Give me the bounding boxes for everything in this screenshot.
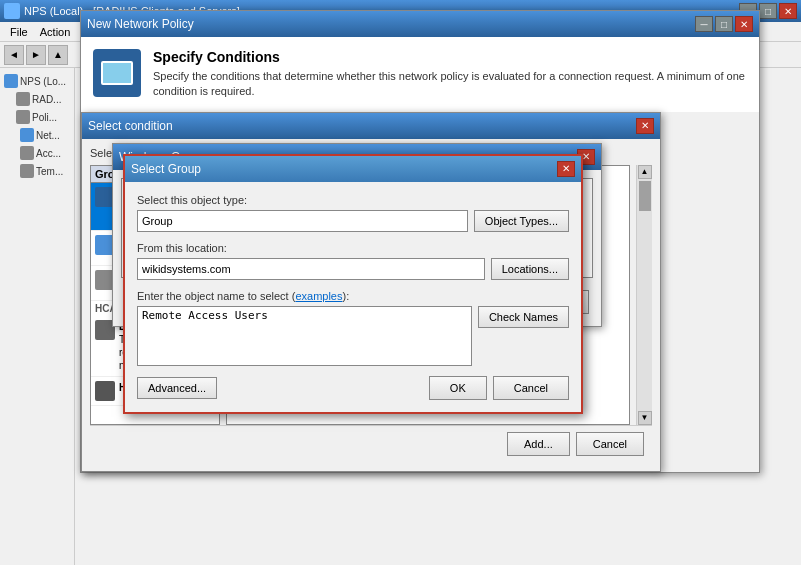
sidebar: NPS (Lo... RAD... Poli... Net... Acc... …	[0, 68, 75, 565]
object-name-row: Remote Access Users Check Names	[137, 306, 569, 366]
object-type-input[interactable]	[137, 210, 468, 232]
nnp-maximize-button[interactable]: □	[715, 16, 733, 32]
location-row: Locations...	[137, 258, 569, 280]
scroll-thumb[interactable]	[639, 181, 651, 211]
advanced-button[interactable]: Advanced...	[137, 377, 217, 399]
up-button[interactable]: ▲	[48, 45, 68, 65]
menu-file[interactable]: File	[4, 24, 34, 40]
select-condition-titlebar: Select condition ✕	[82, 113, 660, 139]
hcapn-icon	[95, 381, 115, 401]
forward-button[interactable]: ►	[26, 45, 46, 65]
sc-close-button[interactable]: ✕	[636, 118, 654, 134]
select-group-body: Select this object type: Object Types...…	[125, 182, 581, 412]
sg-bottom-buttons: Advanced... OK Cancel	[137, 376, 569, 400]
sidebar-item-poli[interactable]: Poli...	[4, 108, 70, 126]
location-input[interactable]	[137, 258, 485, 280]
select-group-title: Select Group	[131, 162, 201, 176]
scroll-up-arrow[interactable]: ▲	[638, 165, 652, 179]
monitor-icon	[101, 61, 133, 85]
sidebar-item-rad[interactable]: RAD...	[4, 90, 70, 108]
sc-add-button[interactable]: Add...	[507, 432, 570, 456]
new-network-policy-dialog: New Network Policy ─ □ ✕ Specify Conditi…	[80, 10, 760, 473]
condition-icon	[93, 49, 141, 97]
sg-right-buttons: OK Cancel	[429, 376, 569, 400]
sidebar-item-nps[interactable]: NPS (Lo...	[4, 72, 70, 90]
sidebar-item-net[interactable]: Net...	[4, 126, 70, 144]
sg-ok-button[interactable]: OK	[429, 376, 487, 400]
new-network-policy-title: New Network Policy	[87, 17, 693, 31]
location-label: From this location:	[137, 242, 569, 254]
object-name-textarea[interactable]: Remote Access Users	[137, 306, 472, 366]
nnp-content: Select condition ✕ Select a condition, a…	[81, 112, 759, 472]
new-network-policy-titlebar: New Network Policy ─ □ ✕	[81, 11, 759, 37]
sg-close-button[interactable]: ✕	[557, 161, 575, 177]
object-type-label: Select this object type:	[137, 194, 569, 206]
condition-text: Specify Conditions Specify the condition…	[153, 49, 747, 100]
app-icon	[4, 3, 20, 19]
nnp-minimize-button[interactable]: ─	[695, 16, 713, 32]
examples-link[interactable]: examples	[295, 290, 342, 302]
back-button[interactable]: ◄	[4, 45, 24, 65]
select-group-titlebar: Select Group ✕	[125, 156, 581, 182]
specify-conditions-section: Specify Conditions Specify the condition…	[81, 37, 759, 112]
maximize-button[interactable]: □	[759, 3, 777, 19]
windows-groups-dialog: Windows Groups ✕ Add... Remove OK Cancel	[112, 143, 602, 327]
sidebar-item-tem[interactable]: Tem...	[4, 162, 70, 180]
menu-action[interactable]: Action	[34, 24, 77, 40]
select-condition-bottom-bar: Add... Cancel	[90, 425, 652, 462]
sc-cancel-button[interactable]: Cancel	[576, 432, 644, 456]
select-condition-dialog: Select condition ✕ Select a condition, a…	[81, 112, 661, 472]
sg-cancel-button[interactable]: Cancel	[493, 376, 569, 400]
scroll-down-arrow[interactable]: ▼	[638, 411, 652, 425]
select-group-dialog: Select Group ✕ Select this object type: …	[123, 154, 583, 414]
locations-button[interactable]: Locations...	[491, 258, 569, 280]
scrollbar[interactable]: ▲ ▼	[636, 165, 652, 425]
check-names-button[interactable]: Check Names	[478, 306, 569, 328]
object-type-row: Object Types...	[137, 210, 569, 232]
close-button[interactable]: ✕	[779, 3, 797, 19]
condition-heading: Specify Conditions	[153, 49, 747, 65]
nnp-close-button[interactable]: ✕	[735, 16, 753, 32]
condition-description: Specify the conditions that determine wh…	[153, 69, 747, 100]
select-condition-title: Select condition	[88, 119, 634, 133]
object-name-label: Enter the object name to select (example…	[137, 290, 569, 302]
object-types-button[interactable]: Object Types...	[474, 210, 569, 232]
sidebar-item-acc[interactable]: Acc...	[4, 144, 70, 162]
